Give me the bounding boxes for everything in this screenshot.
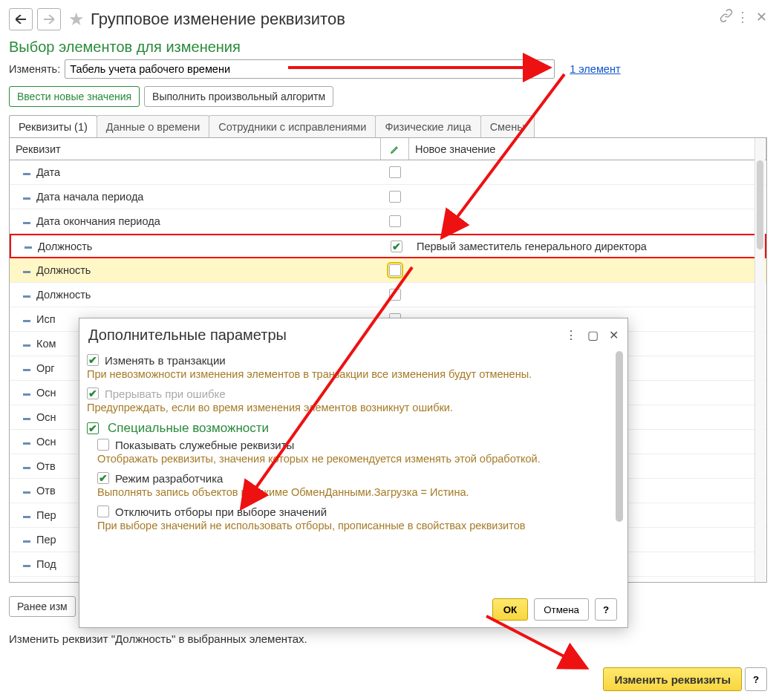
requisite-name: Должность bbox=[36, 289, 91, 301]
checkbox-transaction[interactable]: ✔ bbox=[87, 354, 99, 366]
requisite-name: Дата bbox=[36, 166, 60, 178]
attribute-icon: ▬ bbox=[23, 413, 29, 422]
tab-time-data[interactable]: Данные о времени bbox=[97, 115, 209, 137]
requisite-name: Дата начала периода bbox=[36, 191, 143, 203]
requisite-name: Осн bbox=[36, 411, 56, 423]
col-requisite: Реквизит bbox=[10, 138, 381, 160]
checkbox-interrupt[interactable]: ✔ bbox=[87, 387, 99, 399]
hint-interrupt: Предупреждать, если во время изменения э… bbox=[87, 402, 620, 413]
change-requisites-button[interactable]: Изменить реквизиты bbox=[603, 667, 742, 691]
requisite-name: Отв bbox=[36, 485, 56, 497]
summary-text: Изменить реквизит "Должность" в выбранны… bbox=[9, 632, 307, 645]
row-checkbox[interactable] bbox=[389, 191, 401, 203]
table-row[interactable]: ▬Должность bbox=[10, 258, 766, 283]
back-button[interactable] bbox=[9, 8, 33, 30]
label-transaction: Изменять в транзакции bbox=[105, 354, 226, 367]
hint-transaction: При невозможности изменения элементов в … bbox=[87, 368, 620, 380]
section-title: Выбор элементов для изменения bbox=[9, 39, 241, 56]
label-show-service: Показывать служебные реквизиты bbox=[115, 439, 294, 451]
link-icon[interactable] bbox=[720, 9, 733, 24]
table-row[interactable]: ▬Должность bbox=[10, 283, 766, 307]
new-value-cell[interactable]: Первый заместитель генерального директор… bbox=[411, 241, 765, 252]
attribute-icon: ▬ bbox=[23, 487, 29, 495]
dialog-title: Дополнительные параметры bbox=[88, 327, 287, 344]
row-checkbox[interactable] bbox=[389, 264, 401, 276]
tab-employees[interactable]: Сотрудники с исправлениями bbox=[209, 115, 376, 137]
attribute-icon: ▬ bbox=[23, 536, 29, 544]
attribute-icon: ▬ bbox=[23, 266, 29, 275]
table-row[interactable]: ▬Должность✔Первый заместитель генерально… bbox=[10, 234, 766, 258]
additional-params-dialog: Дополнительные параметры ⋮ ▢ ✕ ✔ Изменят… bbox=[79, 318, 628, 628]
row-checkbox[interactable] bbox=[389, 166, 401, 178]
requisite-name: Осн bbox=[36, 387, 56, 399]
attribute-icon: ▬ bbox=[23, 169, 29, 177]
label-disable-filters: Отключить отборы при выборе значений bbox=[115, 506, 327, 518]
requisite-name: Пер bbox=[36, 534, 56, 546]
attribute-icon: ▬ bbox=[23, 315, 29, 324]
dialog-kebab-icon[interactable]: ⋮ bbox=[565, 328, 577, 342]
change-combobox[interactable] bbox=[65, 59, 555, 79]
dialog-scrollbar[interactable] bbox=[614, 351, 625, 589]
chevron-down-icon[interactable]: ▾ bbox=[538, 62, 552, 76]
label-special: Специальные возможности bbox=[108, 421, 269, 436]
hint-developer-mode: Выполнять запись объектов в режиме Обмен… bbox=[97, 486, 620, 498]
requisite-name: Ком bbox=[36, 338, 56, 350]
label-interrupt: Прерывать при ошибке bbox=[105, 387, 226, 400]
previous-changes-button[interactable]: Ранее изм bbox=[9, 596, 76, 617]
grid-scrollbar[interactable] bbox=[754, 138, 765, 582]
requisite-name: Осн bbox=[36, 436, 56, 448]
attribute-icon: ▬ bbox=[23, 291, 29, 299]
table-row[interactable]: ▬Дата окончания периода bbox=[10, 209, 766, 234]
favorite-star-icon[interactable]: ★ bbox=[68, 9, 85, 30]
dialog-close-icon[interactable]: ✕ bbox=[609, 328, 619, 342]
table-row[interactable]: ▬Дата начала периода bbox=[10, 185, 766, 209]
checkbox-special[interactable]: ✔ bbox=[87, 422, 99, 434]
attribute-icon: ▬ bbox=[23, 340, 29, 348]
attribute-icon: ▬ bbox=[23, 511, 29, 520]
dialog-maximize-icon[interactable]: ▢ bbox=[587, 328, 599, 342]
attribute-icon: ▬ bbox=[25, 242, 30, 250]
col-new-value: Новое значение bbox=[409, 138, 766, 160]
tab-shifts[interactable]: Смены bbox=[480, 115, 535, 137]
requisite-name: Под bbox=[36, 558, 56, 570]
hint-show-service: Отображать реквизиты, значения которых н… bbox=[97, 453, 620, 465]
row-checkbox[interactable]: ✔ bbox=[391, 241, 402, 252]
forward-button[interactable] bbox=[37, 8, 61, 30]
requisite-name: Орг bbox=[36, 362, 55, 374]
window-title: Групповое изменение реквизитов bbox=[91, 10, 345, 29]
run-algorithm-button[interactable]: Выполнить произвольный алгоритм bbox=[144, 86, 333, 107]
requisite-name: Должность bbox=[38, 241, 92, 252]
kebab-icon[interactable]: ⋮ bbox=[736, 9, 749, 25]
change-label: Изменять: bbox=[9, 63, 60, 75]
requisite-name: Должность bbox=[36, 264, 91, 276]
attribute-icon: ▬ bbox=[23, 364, 29, 373]
attribute-icon: ▬ bbox=[23, 389, 29, 397]
requisite-name: Исп bbox=[36, 313, 56, 325]
row-checkbox[interactable] bbox=[389, 289, 401, 301]
col-edit-icon bbox=[381, 138, 409, 160]
dialog-help-button[interactable]: ? bbox=[595, 598, 617, 621]
dialog-ok-button[interactable]: ОК bbox=[492, 598, 529, 621]
attribute-icon: ▬ bbox=[23, 438, 29, 446]
dialog-cancel-button[interactable]: Отмена bbox=[534, 598, 589, 621]
selected-elements-link[interactable]: 1 элемент bbox=[570, 63, 620, 75]
close-icon[interactable]: ✕ bbox=[756, 9, 767, 25]
tabs-bar: Реквизиты (1) Данные о времени Сотрудник… bbox=[9, 115, 767, 137]
attribute-icon: ▬ bbox=[23, 560, 29, 569]
hint-disable-filters: При выборе значений не использовать отбо… bbox=[97, 520, 620, 531]
row-checkbox[interactable] bbox=[389, 215, 401, 227]
tab-requisites[interactable]: Реквизиты (1) bbox=[9, 115, 97, 137]
requisite-name: Дата окончания периода bbox=[36, 215, 160, 227]
table-row[interactable]: ▬Дата bbox=[10, 160, 766, 185]
checkbox-disable-filters[interactable] bbox=[97, 506, 109, 517]
help-button[interactable]: ? bbox=[745, 667, 767, 691]
requisite-name: Отв bbox=[36, 460, 56, 472]
attribute-icon: ▬ bbox=[23, 217, 29, 226]
enter-values-button[interactable]: Ввести новые значения bbox=[9, 86, 140, 107]
attribute-icon: ▬ bbox=[23, 193, 29, 201]
checkbox-show-service[interactable] bbox=[97, 439, 109, 451]
label-developer-mode: Режим разработчика bbox=[115, 472, 223, 485]
checkbox-developer-mode[interactable]: ✔ bbox=[97, 472, 109, 484]
attribute-icon: ▬ bbox=[23, 462, 29, 471]
tab-persons[interactable]: Физические лица bbox=[375, 115, 480, 137]
